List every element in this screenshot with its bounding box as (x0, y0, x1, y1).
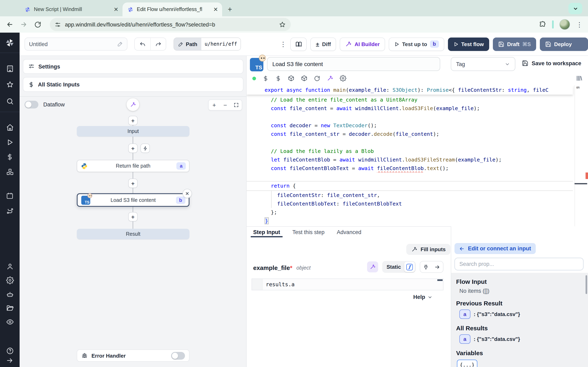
flow-graph[interactable]: + Input + Return file path a + TS Load S… (20, 97, 246, 367)
runs-icon[interactable] (0, 136, 20, 149)
field-value[interactable]: results.a (263, 279, 443, 290)
error-handler-toggle[interactable] (171, 352, 185, 359)
search-icon[interactable] (0, 95, 20, 107)
browser-toolbar-right: ⋮ (539, 19, 583, 30)
static-toggle-group[interactable]: Static ƒ (382, 261, 416, 273)
deploy-button[interactable]: Deploy (540, 37, 588, 51)
step-name-input[interactable] (267, 57, 440, 71)
path-button[interactable]: Path (174, 38, 201, 50)
test-flow-button[interactable]: Test flow (448, 37, 489, 51)
field-value-editor[interactable]: results.a (251, 278, 443, 290)
save-to-workspace-button[interactable]: Save to workspace (522, 60, 581, 67)
favorites-icon[interactable] (0, 78, 20, 91)
save-icon (522, 60, 528, 67)
flow-name-box[interactable]: Untitled (25, 38, 127, 50)
arrow-right-button[interactable] (432, 261, 443, 272)
add-step-button[interactable]: + (128, 212, 138, 221)
pencil-icon (178, 42, 183, 47)
tag-select[interactable]: Tag (451, 57, 515, 71)
reload-icon[interactable] (314, 75, 320, 81)
url-bar[interactable]: app.windmill.dev/flows/edit/u/henri/effo… (50, 18, 291, 31)
package-icon[interactable] (301, 75, 307, 82)
audit-eye-icon[interactable] (0, 316, 20, 328)
bookmark-star-icon[interactable] (279, 21, 286, 28)
add-step-button[interactable]: + (128, 116, 138, 125)
collapse-sidebar-icon[interactable] (0, 354, 20, 367)
new-tab-button[interactable]: + (225, 4, 235, 15)
schedules-icon[interactable] (0, 190, 20, 202)
fill-inputs-button[interactable]: Fill inputs (406, 244, 450, 255)
more-options-icon[interactable]: ⋮ (279, 40, 287, 48)
back-button[interactable] (5, 20, 15, 29)
result-value[interactable]: : {"s3":"data.csv"} (474, 336, 520, 342)
search-prop-input[interactable] (454, 258, 584, 270)
browser-tab-new-script[interactable]: New Script | Windmill ✕ (20, 2, 122, 16)
home-icon[interactable] (0, 121, 20, 133)
error-handler-card[interactable]: Error Handler (77, 350, 190, 362)
site-controls-icon[interactable] (55, 21, 61, 27)
tab-title: Edit Flow u/henri/effortless_fl (137, 7, 210, 12)
variables-chip[interactable]: {...} (457, 360, 477, 367)
profile-avatar[interactable] (559, 19, 570, 30)
docs-button[interactable] (291, 37, 307, 51)
library-panel-icon[interactable] (576, 75, 582, 82)
tab-close-icon[interactable]: ✕ (114, 6, 118, 13)
undo-button[interactable] (135, 38, 150, 50)
variables-icon[interactable] (0, 151, 20, 163)
resources-icon[interactable] (0, 166, 20, 178)
minimap-slider[interactable] (575, 183, 587, 184)
gear-icon[interactable] (340, 75, 346, 82)
settings-card[interactable]: Settings (23, 59, 243, 74)
tab-test-this-step[interactable]: Test this step (292, 227, 325, 237)
result-value[interactable]: : {"s3":"data.csv"} (474, 311, 520, 317)
workspace-icon[interactable] (0, 62, 20, 75)
add-step-button[interactable]: + (128, 179, 138, 188)
tab-step-input[interactable]: Step Input (253, 227, 280, 237)
result-node[interactable]: Result (77, 229, 190, 239)
redo-button[interactable] (150, 38, 166, 50)
browser-menu-icon[interactable]: ⋮ (576, 21, 583, 28)
ai-fill-button[interactable] (367, 261, 378, 272)
workers-robot-icon[interactable] (0, 288, 20, 300)
variables-icon[interactable] (275, 75, 281, 81)
test-up-to-button[interactable]: Test up to b (389, 37, 444, 51)
play-icon (394, 42, 399, 47)
tab-close-icon[interactable]: ✕ (213, 6, 218, 13)
tab-advanced[interactable]: Advanced (337, 227, 361, 237)
user-icon[interactable] (0, 260, 20, 272)
result-key-chip[interactable]: a (459, 309, 470, 319)
code-editor[interactable]: on export async function main(example_fi… (247, 85, 588, 226)
browser-tab-edit-flow[interactable]: Edit Flow u/henri/effortless_fl ✕ (122, 2, 222, 16)
plug-button[interactable] (420, 261, 432, 272)
add-step-button[interactable]: + (128, 143, 138, 153)
package-icon[interactable] (288, 75, 294, 82)
draft-button[interactable]: Draft ⌘S (493, 37, 536, 51)
ai-wand-icon[interactable] (327, 75, 333, 82)
delete-step-button[interactable]: ✕ (182, 189, 192, 198)
tabstrip-chevron-button[interactable] (568, 3, 582, 14)
all-static-inputs-label: All Static Inputs (38, 81, 80, 87)
path-input[interactable]: u/henri/eff (201, 38, 241, 50)
extensions-icon[interactable] (539, 21, 546, 28)
step-b-node[interactable]: TS Load S3 file content b (77, 193, 190, 207)
input-node[interactable]: Input (77, 126, 190, 137)
forward-button[interactable] (19, 20, 29, 29)
ai-builder-button[interactable]: AI Builder (340, 37, 385, 51)
reload-button[interactable] (33, 20, 43, 29)
settings-gear-icon[interactable] (0, 274, 20, 286)
edit-pencil-icon[interactable] (117, 41, 123, 47)
field-controls: Static ƒ (247, 261, 443, 273)
windmill-logo[interactable] (0, 33, 20, 53)
result-key-chip[interactable]: a (459, 334, 470, 344)
routes-icon[interactable] (0, 205, 20, 217)
javascript-expr-button[interactable]: ƒ (404, 262, 415, 272)
help-toggle[interactable]: Help (413, 294, 433, 300)
scrollbar-thumb[interactable] (586, 275, 587, 294)
assets-icon[interactable] (263, 75, 269, 81)
folders-icon[interactable] (0, 302, 20, 314)
diff-button[interactable]: ±Diff (311, 37, 336, 51)
edit-or-connect-button[interactable]: Edit or connect an input (454, 243, 536, 254)
add-branch-button[interactable] (140, 143, 150, 153)
all-static-inputs-card[interactable]: All Static Inputs (23, 77, 243, 92)
step-a-node[interactable]: Return file path a (77, 160, 190, 172)
